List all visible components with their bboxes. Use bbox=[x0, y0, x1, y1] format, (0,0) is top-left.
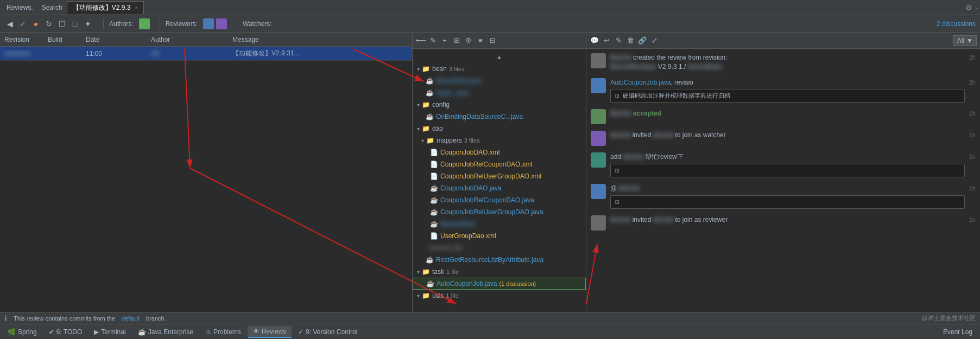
settings-icon[interactable]: ⚙ bbox=[965, 3, 972, 12]
blurred-name-7a: blurred bbox=[610, 216, 630, 223]
link-icon[interactable]: 🔗 bbox=[637, 36, 647, 46]
edit-icon[interactable]: ✎ bbox=[428, 36, 438, 46]
check-icon[interactable]: ✔ bbox=[17, 18, 28, 29]
middle-panel: ⟵ ✎ + ⊞ ⚙ ≡ ⊟ ▲ ▾ 📁 bean 3 files ☕ Blurr… bbox=[413, 33, 586, 312]
main-container: Revision Build Date Author Message XXXXX… bbox=[0, 33, 980, 312]
expand-task-icon: ▾ bbox=[417, 269, 420, 275]
comment-time-3: 1h bbox=[969, 109, 976, 117]
tree-file-cjrelusergroup-java[interactable]: ☕ CouponJobRelUserGroupDAO.java bbox=[413, 206, 586, 218]
settings-mid-icon[interactable]: ⚙ bbox=[464, 36, 473, 46]
tree-file-ugdao-xml[interactable]: 📄 UserGroupDao.xml bbox=[413, 230, 586, 242]
active-tab[interactable]: 【功能修改】V2.9.3 × bbox=[67, 1, 144, 14]
tree-file-restget-java[interactable]: ☕ RestGetResourceListByAttribute.java bbox=[413, 254, 586, 266]
tree-file-config1[interactable]: ☕ OnBindingDataSourceC...java bbox=[413, 111, 586, 123]
header-build: Build bbox=[43, 36, 81, 43]
file-cjrelusergroup-xml-name: CouponJobRelUserGroupDAO.xml bbox=[440, 172, 541, 180]
tab-problems[interactable]: ⚠ Problems bbox=[200, 326, 246, 338]
code-snippet-3: ⊡ bbox=[610, 195, 965, 209]
tree-file-cjrelusergroup-xml[interactable]: 📄 CouponJobRelUserGroupDAO.xml bbox=[413, 170, 586, 182]
merge-icon[interactable]: ● bbox=[30, 18, 41, 29]
sort-icon[interactable]: ≡ bbox=[476, 36, 485, 46]
tab-problems-label: Problems bbox=[213, 328, 241, 336]
expand-right-icon[interactable]: ⤢ bbox=[649, 36, 659, 46]
tab-enterprise[interactable]: ☕ Java Enterprise bbox=[132, 326, 199, 338]
comment-icon[interactable]: 💬 bbox=[590, 36, 599, 46]
comment-content-3: Blurred accepted bbox=[610, 109, 965, 118]
star-icon[interactable]: ✦ bbox=[83, 18, 93, 29]
header-author: Author bbox=[147, 36, 228, 43]
tree-file-cjrelcoupon-java[interactable]: ☕ CouponJobRelCouponDAO.java bbox=[413, 194, 586, 206]
checkbox-icon[interactable]: ☐ bbox=[56, 18, 67, 29]
plus-icon[interactable]: + bbox=[440, 36, 450, 46]
java-file-icon7: ☕ bbox=[426, 256, 434, 264]
search-tab[interactable]: Search bbox=[37, 4, 67, 11]
comment-text-1: Blurred created the review from revision… bbox=[610, 53, 965, 62]
tree-folder-utils[interactable]: ▾ 📁 utils 1 file bbox=[413, 290, 586, 302]
square-icon[interactable]: □ bbox=[69, 18, 80, 29]
tree-folder-config[interactable]: ▾ 📁 config bbox=[413, 99, 586, 111]
tree-folder-task[interactable]: ▾ 📁 task 1 file bbox=[413, 266, 586, 278]
tab-reviews[interactable]: 👁 Reviews bbox=[248, 326, 292, 338]
tree-file-cjdao-xml[interactable]: 📄 CouponJobDAO.xml bbox=[413, 146, 586, 158]
tree-folder-mappers[interactable]: ▾ 📁 mappers 3 files bbox=[413, 135, 586, 146]
vcs-icon: ✓ bbox=[298, 328, 304, 336]
enterprise-icon: ☕ bbox=[138, 328, 146, 336]
tab-vcs[interactable]: ✓ 9: Version Control bbox=[293, 326, 363, 338]
toolbar: ◀ ✔ ● ↻ ☐ □ ✦ Authors: Reviewers: Watche… bbox=[0, 15, 980, 33]
folder-task-name: task bbox=[432, 268, 444, 276]
event-log-button[interactable]: Event Log bbox=[938, 328, 978, 336]
tab-spring[interactable]: 🌿 Spring bbox=[2, 326, 42, 338]
blurred-name-3: Blurred bbox=[610, 110, 631, 117]
default-branch-link[interactable]: default bbox=[122, 315, 140, 322]
tree-file-bean2[interactable]: ☕ Supe...java bbox=[413, 87, 586, 99]
discussion-badge: (1 discussion) bbox=[499, 280, 536, 287]
tree-file-cjdao-java[interactable]: ☕ CouponJobDAO.java bbox=[413, 182, 586, 194]
tree-file-blurred3[interactable]: ☕ BlurredFile3 bbox=[413, 218, 586, 230]
problems-icon: ⚠ bbox=[205, 328, 211, 336]
tree-file-bean1[interactable]: ☕ BlurredFile.java bbox=[413, 75, 586, 87]
tree-file-autocouponjob[interactable]: ☕ AutoCouponJob.java (1 discussion) bbox=[413, 278, 586, 290]
comment-item-2: AutoCouponJob.java, revisio ⊡ 硬编码添加注释并梳理… bbox=[591, 78, 976, 103]
tab-spring-label: Spring bbox=[18, 328, 37, 336]
blurred-name-7b: blurred bbox=[653, 216, 673, 223]
group-icon[interactable]: ⊟ bbox=[488, 36, 497, 46]
file-tree: ▲ ▾ 📁 bean 3 files ☕ BlurredFile.java ☕ … bbox=[413, 49, 586, 312]
file-cjdao-java-name: CouponJobDAO.java bbox=[440, 184, 502, 192]
expand-all-icon[interactable]: ⟵ bbox=[416, 36, 426, 46]
comment-item-3: Blurred accepted 1h bbox=[591, 109, 976, 124]
tree-file-cjrelcoupon-xml[interactable]: 📄 CouponJobRelCouponDAO.xml bbox=[413, 158, 586, 170]
xml-file-icon3: 📄 bbox=[430, 172, 438, 180]
expand-utils-icon: ▾ bbox=[417, 293, 420, 299]
tree-file-blurred4[interactable]: blurred_file bbox=[413, 242, 586, 254]
filter-icon[interactable]: ⊞ bbox=[452, 36, 461, 46]
blurred-name-4a: blurred bbox=[610, 131, 630, 139]
discussions-badge[interactable]: 2 discussions bbox=[937, 20, 976, 28]
tab-reviews-label: Reviews bbox=[262, 328, 286, 335]
status-bar: ℹ This review contains commits from the … bbox=[0, 312, 980, 324]
tree-folder-bean[interactable]: ▾ 📁 bean 3 files bbox=[413, 63, 586, 75]
autocoupon-link[interactable]: AutoCouponJob.java bbox=[610, 79, 671, 86]
tab-terminal[interactable]: ▶ Terminal bbox=[88, 326, 131, 338]
info-icon: ℹ bbox=[4, 314, 7, 322]
spring-icon: 🌿 bbox=[8, 328, 16, 336]
tab-todo[interactable]: ✔ 6: TODO bbox=[43, 326, 88, 338]
pencil-icon[interactable]: ✎ bbox=[614, 36, 623, 46]
sep3 bbox=[237, 18, 237, 29]
table-row[interactable]: XXXXXX 11:00 XX 【功能修改】V2.9.31... bbox=[0, 47, 412, 61]
close-tab-icon[interactable]: × bbox=[135, 5, 138, 11]
folder-task-count: 1 file bbox=[446, 268, 459, 275]
tree-folder-dao[interactable]: ▾ 📁 dao bbox=[413, 123, 586, 135]
file-cjrelcoupon-xml-name: CouponJobRelCouponDAO.xml bbox=[440, 161, 532, 168]
refresh-icon[interactable]: ↻ bbox=[43, 18, 54, 29]
settings-dot[interactable]: · bbox=[976, 3, 978, 12]
trash-icon[interactable]: 🗑 bbox=[625, 36, 635, 46]
reviewer-avatar-2[interactable] bbox=[216, 18, 227, 29]
folder-bean-count: 3 files bbox=[449, 66, 465, 72]
undo-icon[interactable]: ↩ bbox=[602, 36, 611, 46]
back-icon[interactable]: ◀ bbox=[4, 18, 15, 29]
author-avatar-1[interactable] bbox=[139, 18, 150, 29]
reviewer-avatar-1[interactable] bbox=[203, 18, 214, 29]
tree-scroll-up[interactable]: ▲ bbox=[413, 51, 586, 63]
blurred-name-1: Blurred bbox=[610, 54, 631, 61]
filter-dropdown[interactable]: All ▼ bbox=[953, 35, 977, 46]
